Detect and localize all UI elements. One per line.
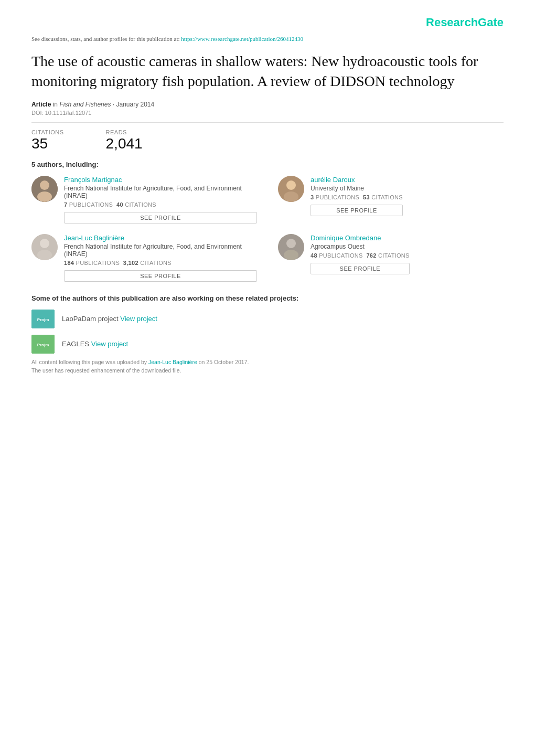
project-link-laopadam[interactable]: View project bbox=[120, 315, 157, 323]
svg-text:Projm: Projm bbox=[37, 317, 49, 322]
authors-grid: François Martignac French National Insti… bbox=[31, 176, 504, 282]
svg-point-11 bbox=[284, 250, 298, 260]
project-item-laopadam: Projm LaoPaDam project View project bbox=[31, 310, 504, 328]
author-name-ad[interactable]: aurélie Daroux bbox=[311, 176, 403, 184]
authors-heading: 5 authors, including: bbox=[31, 161, 504, 168]
author-card-fm: François Martignac French National Insti… bbox=[31, 176, 257, 223]
researchgate-logo: ResearchGate bbox=[426, 16, 504, 29]
author-stats-ad: 3 PUBLICATIONS 53 CITATIONS bbox=[311, 194, 403, 200]
author-info-fm: François Martignac French National Insti… bbox=[64, 176, 257, 223]
page-title: The use of acoustic cameras in shallow w… bbox=[31, 51, 504, 91]
title-section: The use of acoustic cameras in shallow w… bbox=[31, 51, 504, 91]
reads-value: 2,041 bbox=[106, 135, 143, 152]
svg-point-4 bbox=[286, 180, 296, 190]
author-name-fm[interactable]: François Martignac bbox=[64, 176, 257, 184]
see-discussions-bar: See discussions, stats, and author profi… bbox=[31, 36, 504, 42]
author-institution-jlb: French National Institute for Agricultur… bbox=[64, 243, 257, 258]
avatar-fm bbox=[31, 176, 58, 202]
reads-label: READS bbox=[106, 129, 143, 135]
divider-1 bbox=[31, 122, 504, 123]
author-institution-do: Agrocampus Ouest bbox=[311, 243, 410, 250]
avatar-do bbox=[278, 234, 304, 260]
see-discussions-url[interactable]: https://www.researchgate.net/publication… bbox=[181, 36, 303, 42]
author-info-ad: aurélie Daroux University of Maine 3 PUB… bbox=[311, 176, 403, 216]
author-name-jlb[interactable]: Jean-Luc Baglinière bbox=[64, 234, 257, 242]
stats-row: CITATIONS 35 READS 2,041 bbox=[31, 129, 504, 152]
article-date: January 2014 bbox=[116, 101, 154, 108]
author-stats-fm: 7 PUBLICATIONS 40 CITATIONS bbox=[64, 201, 257, 208]
project-label-eagles: EAGLES View project bbox=[62, 340, 128, 348]
author-institution-fm: French National Institute for Agricultur… bbox=[64, 185, 257, 199]
svg-point-8 bbox=[37, 250, 52, 260]
author-institution-ad: University of Maine bbox=[311, 185, 403, 192]
reads-block: READS 2,041 bbox=[106, 129, 143, 152]
footer-uploaded: All content following this page was uplo… bbox=[31, 359, 504, 365]
doi: DOI: 10.1111/faf.12071 bbox=[31, 110, 504, 116]
project-label-laopadam: LaoPaDam project View project bbox=[62, 315, 157, 323]
see-profile-button-jlb[interactable]: SEE PROFILE bbox=[64, 270, 257, 282]
avatar-jlb bbox=[31, 234, 58, 260]
citations-value: 35 bbox=[31, 135, 64, 152]
footer-enhancement: The user has requested enhancement of th… bbox=[31, 367, 504, 374]
see-profile-button-do[interactable]: SEE PROFILE bbox=[311, 263, 410, 274]
svg-point-1 bbox=[40, 180, 49, 190]
article-meta: Article in Fish and Fisheries · January … bbox=[31, 101, 504, 108]
article-journal: Fish and Fisheries bbox=[59, 101, 111, 108]
author-card-do: Dominique Ombredane Agrocampus Ouest 48 … bbox=[278, 234, 504, 282]
svg-point-7 bbox=[40, 239, 49, 248]
author-name-do[interactable]: Dominique Ombredane bbox=[311, 234, 410, 242]
author-stats-jlb: 184 PUBLICATIONS 3,102 CITATIONS bbox=[64, 260, 257, 266]
project-thumbnail-eagles: Projm bbox=[31, 335, 55, 354]
project-link-eagles[interactable]: View project bbox=[91, 340, 129, 348]
avatar-ad bbox=[278, 176, 304, 202]
author-card-ad: aurélie Daroux University of Maine 3 PUB… bbox=[278, 176, 504, 223]
citations-label: CITATIONS bbox=[31, 129, 64, 135]
see-profile-button-fm[interactable]: SEE PROFILE bbox=[64, 212, 257, 223]
svg-point-2 bbox=[37, 191, 52, 202]
svg-text:Projm: Projm bbox=[37, 343, 49, 347]
author-info-jlb: Jean-Luc Baglinière French National Inst… bbox=[64, 234, 257, 282]
footer: All content following this page was uplo… bbox=[31, 359, 504, 376]
project-thumbnail-laopadam: Projm bbox=[31, 310, 55, 328]
related-projects-heading: Some of the authors of this publication … bbox=[31, 294, 504, 302]
svg-point-10 bbox=[286, 239, 296, 248]
see-discussions-text: See discussions, stats, and author profi… bbox=[31, 36, 180, 42]
svg-point-5 bbox=[284, 191, 298, 202]
article-type: Article bbox=[31, 101, 51, 108]
author-stats-do: 48 PUBLICATIONS 762 CITATIONS bbox=[311, 252, 410, 259]
author-card-jlb: Jean-Luc Baglinière French National Inst… bbox=[31, 234, 257, 282]
see-profile-button-ad[interactable]: SEE PROFILE bbox=[311, 205, 403, 216]
project-item-eagles: Projm EAGLES View project bbox=[31, 335, 504, 354]
author-info-do: Dominique Ombredane Agrocampus Ouest 48 … bbox=[311, 234, 410, 274]
citations-block: CITATIONS 35 bbox=[31, 129, 64, 152]
footer-uploader-link[interactable]: Jean-Luc Baglinière bbox=[148, 359, 197, 365]
